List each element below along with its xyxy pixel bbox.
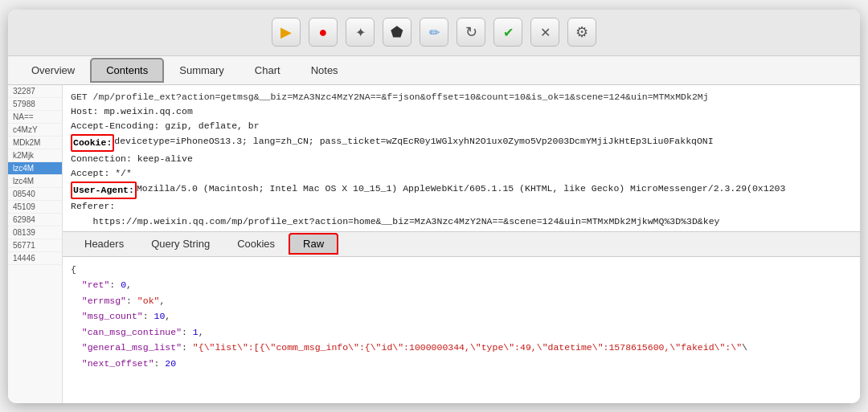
json-line: "next_offset": 20 [71, 356, 852, 372]
list-item[interactable]: 62984 [8, 214, 62, 226]
list-item[interactable]: 08139 [8, 226, 62, 239]
list-item[interactable]: 45109 [8, 201, 62, 214]
cookie-line: Cookie: devicetype=iPhoneOS13.3; lang=zh… [71, 134, 852, 152]
check-btn[interactable]: ✔ [493, 18, 522, 47]
tab-notes[interactable]: Notes [296, 59, 354, 82]
sub-tabs: Headers Query String Cookies Raw [63, 231, 860, 257]
json-line: "ret": 0, [71, 277, 852, 293]
refresh-btn[interactable]: ↻ [457, 18, 485, 47]
tab-overview[interactable]: Overview [16, 59, 90, 82]
accept-text: Accept: */* [71, 166, 132, 181]
tab-cookies[interactable]: Cookies [223, 234, 289, 254]
tab-headers[interactable]: Headers [71, 234, 137, 254]
user-agent-key: User-Agent: [71, 182, 137, 199]
stop-btn[interactable]: ⬟ [383, 18, 411, 47]
host-line: Host: mp.weixin.qq.com [71, 104, 852, 119]
tab-query-string[interactable]: Query String [137, 234, 223, 254]
json-line: "errmsg": "ok", [71, 293, 852, 309]
connection-text: Connection: keep-alive [71, 152, 193, 166]
accept-line: Accept: */* [71, 166, 852, 181]
referer-url: https://mp.weixin.qq.com/mp/profile_ext?… [71, 214, 719, 229]
tab-contents[interactable]: Contents [90, 58, 164, 83]
accept-encoding-text: Accept-Encoding: gzip, deflate, br [71, 119, 260, 133]
json-line: "general_msg_list": "{\"list\":[{\"comm_… [71, 340, 852, 356]
tools-btn[interactable]: ✕ [530, 18, 559, 47]
list-item[interactable]: NA== [8, 111, 62, 124]
request-headers: GET /mp/profile_ext?action=getmsg&__biz=… [63, 85, 860, 231]
referer-url-line: https://mp.weixin.qq.com/mp/profile_ext?… [71, 214, 852, 229]
main-window: ▶ ● ✦ ⬟ ✏ ↻ ✔ ✕ ⚙ Overview Contents Summ… [8, 10, 860, 403]
referer-line: Referer: [71, 199, 852, 214]
tab-chart[interactable]: Chart [240, 59, 296, 82]
list-item[interactable]: 14446 [8, 252, 62, 265]
referer-key: Referer: [71, 199, 115, 214]
list-item[interactable]: 32287 [8, 85, 62, 98]
list-item[interactable]: 56771 [8, 239, 62, 252]
user-agent-val: Mozilla/5.0 (Macintosh; Intel Mac OS X 1… [137, 182, 785, 199]
connection-line: Connection: keep-alive [71, 152, 852, 166]
request-line-text: GET /mp/profile_ext?action=getmsg&__biz=… [71, 90, 709, 104]
edit-btn[interactable]: ✏ [420, 18, 448, 47]
main-tabs: Overview Contents Summary Chart Notes [8, 56, 860, 85]
json-line: "can_msg_continue": 1, [71, 324, 852, 341]
settings-btn[interactable]: ⚙ [567, 18, 596, 47]
record-btn[interactable]: ● [309, 18, 338, 47]
list-item[interactable]: c4MzY [8, 124, 62, 137]
list-item[interactable]: 57988 [8, 98, 62, 111]
list-item[interactable]: k2Mjk [8, 149, 62, 162]
toolbar: ▶ ● ✦ ⬟ ✏ ↻ ✔ ✕ ⚙ [8, 10, 860, 56]
cookie-key: Cookie: [71, 134, 114, 152]
pointer-btn[interactable]: ▶ [272, 18, 301, 47]
tab-summary[interactable]: Summary [164, 59, 240, 82]
json-line: "msg_count": 10, [71, 308, 852, 324]
list-item[interactable]: 08540 [8, 188, 62, 201]
json-response: { "ret": 0, "errmsg": "ok", "msg_count":… [63, 257, 860, 403]
request-line: GET /mp/profile_ext?action=getmsg&__biz=… [71, 90, 852, 104]
host-text: Host: mp.weixin.qq.com [71, 104, 193, 119]
cookie-val: devicetype=iPhoneOS13.3; lang=zh_CN; pas… [114, 134, 713, 152]
content-area: 32287 57988 NA== c4MzY MDk2M k2Mjk lzc4M… [8, 85, 860, 403]
json-line: { [71, 262, 852, 278]
list-item[interactable]: lzc4M [8, 162, 62, 175]
user-agent-line: User-Agent: Mozilla/5.0 (Macintosh; Inte… [71, 182, 852, 199]
tab-raw[interactable]: Raw [289, 233, 338, 255]
list-item[interactable]: MDk2M [8, 137, 62, 149]
right-panel: GET /mp/profile_ext?action=getmsg&__biz=… [63, 85, 860, 403]
list-item[interactable]: lzc4M [8, 175, 62, 188]
stamp-btn[interactable]: ✦ [346, 18, 375, 47]
accept-encoding-line: Accept-Encoding: gzip, deflate, br [71, 119, 852, 133]
left-sidebar: 32287 57988 NA== c4MzY MDk2M k2Mjk lzc4M… [8, 85, 63, 403]
